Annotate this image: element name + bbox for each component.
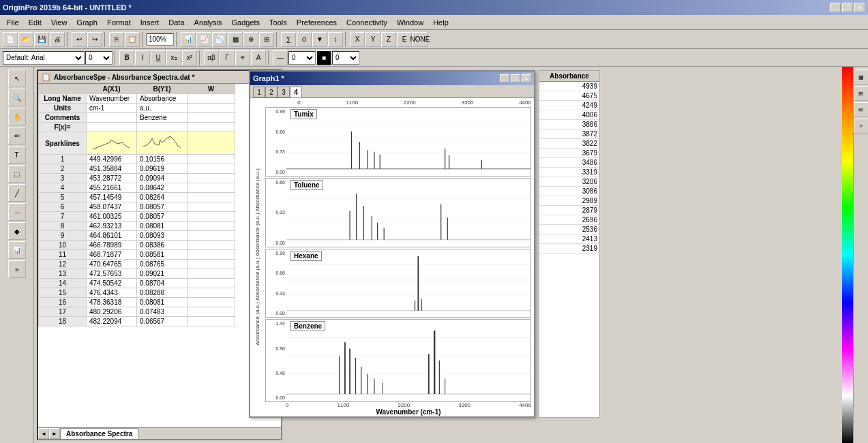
zoom-input[interactable]: 100% xyxy=(147,33,174,46)
graph-close-button[interactable]: × xyxy=(522,74,531,82)
sheet-prev-button[interactable]: ◄ xyxy=(38,428,49,439)
graph-btn6[interactable]: ⊞ xyxy=(259,32,274,47)
col-header-b[interactable]: B(Y1) xyxy=(137,85,188,94)
cell-w[interactable] xyxy=(188,298,235,307)
object-manager-btn[interactable]: ▦ xyxy=(854,70,869,85)
italic-button[interactable]: I xyxy=(135,50,150,65)
graph-tab-4[interactable]: 4 xyxy=(290,87,302,97)
help-btn[interactable]: ? xyxy=(854,119,869,134)
zoom-tool[interactable]: 🔍 xyxy=(8,89,26,106)
superscript-button[interactable]: x² xyxy=(182,50,197,65)
y-btn[interactable]: Y xyxy=(365,32,380,47)
menu-analysis[interactable]: Analysis xyxy=(190,17,226,28)
graph-btn5[interactable]: ⊕ xyxy=(243,32,258,47)
arrow-tool[interactable]: → xyxy=(8,203,26,221)
cell-b-units[interactable]: a.u. xyxy=(137,104,188,113)
cell-a[interactable]: 476.4343 xyxy=(87,288,137,298)
cell-w[interactable] xyxy=(188,222,235,231)
minimize-button[interactable]: _ xyxy=(830,3,841,12)
bold-button[interactable]: B xyxy=(119,50,134,65)
cell-w[interactable] xyxy=(188,260,235,269)
undo-button[interactable]: ↩ xyxy=(72,32,87,47)
cell-a[interactable]: 461.00325 xyxy=(87,212,137,222)
cell-a[interactable]: 457.14549 xyxy=(87,193,137,202)
cell-b[interactable]: 0.07483 xyxy=(137,307,188,317)
paste-button[interactable]: 📋 xyxy=(125,32,140,47)
cell-w-longname[interactable] xyxy=(188,94,235,104)
cell-w[interactable] xyxy=(188,288,235,298)
cell-w[interactable] xyxy=(188,174,235,183)
cell-a[interactable]: 464.86101 xyxy=(87,231,137,241)
cell-b-fx[interactable] xyxy=(137,123,188,132)
spreadsheet-table-container[interactable]: A(X1) B(Y1) W Long Name Wavenumber Absor… xyxy=(38,84,281,427)
cell-b[interactable]: 0.08081 xyxy=(137,298,188,307)
cell-a[interactable]: 472.57653 xyxy=(87,269,137,279)
cell-a[interactable]: 455.21661 xyxy=(87,183,137,193)
maximize-button[interactable]: □ xyxy=(842,3,853,12)
redo-button[interactable]: ↪ xyxy=(87,32,102,47)
cell-w[interactable] xyxy=(188,279,235,288)
graph-btn4[interactable]: ▦ xyxy=(228,32,243,47)
open-button[interactable]: 📂 xyxy=(18,32,33,47)
pointer-tool[interactable]: ↖ xyxy=(8,70,26,87)
filter-btn[interactable]: ▼ xyxy=(312,32,327,47)
line-size2-select[interactable]: 0 xyxy=(332,51,359,65)
font-size-select[interactable]: 0 xyxy=(85,51,113,65)
cell-b[interactable]: 0.09619 xyxy=(137,164,188,174)
cell-b[interactable]: 0.10156 xyxy=(137,155,188,164)
greek-btn[interactable]: Γ xyxy=(220,50,235,65)
stats-btn1[interactable]: ∑ xyxy=(281,32,296,47)
cell-a[interactable]: 482.22094 xyxy=(87,317,137,326)
cell-b[interactable]: 0.08765 xyxy=(137,260,188,269)
cell-w[interactable] xyxy=(188,250,235,260)
graph-tool[interactable]: 📊 xyxy=(8,241,26,259)
cell-w[interactable] xyxy=(188,317,235,326)
cell-a[interactable]: 462.93213 xyxy=(87,222,137,231)
col-header-w[interactable]: W xyxy=(188,85,235,94)
cell-a[interactable]: 468.71877 xyxy=(87,250,137,260)
cell-b-comments[interactable]: Benzene xyxy=(137,113,188,123)
z-btn[interactable]: Z xyxy=(381,32,396,47)
graph-btn3[interactable]: 📉 xyxy=(212,32,227,47)
cell-w-units[interactable] xyxy=(188,104,235,113)
cell-a[interactable]: 470.64765 xyxy=(87,260,137,269)
cell-a[interactable]: 459.07437 xyxy=(87,202,137,212)
cell-a[interactable]: 480.29206 xyxy=(87,307,137,317)
align-left-btn[interactable]: ≡ xyxy=(235,50,250,65)
sheet-tab-absorbance[interactable]: Absorbance Spectra xyxy=(60,428,138,439)
col-header-a[interactable]: A(X1) xyxy=(87,85,137,94)
menu-tools[interactable]: Tools xyxy=(265,17,291,28)
cell-a[interactable]: 478.36318 xyxy=(87,298,137,307)
cell-b[interactable]: 0.08081 xyxy=(137,222,188,231)
region-tool[interactable]: ⬚ xyxy=(8,165,26,183)
menu-preferences[interactable]: Preferences xyxy=(293,17,341,28)
line-color-btn[interactable]: ■ xyxy=(316,50,331,65)
cell-b[interactable]: 0.08264 xyxy=(137,193,188,202)
copy-button[interactable]: ⎘ xyxy=(109,32,124,47)
menu-format[interactable]: Format xyxy=(103,17,135,28)
cell-a-fx[interactable] xyxy=(87,123,137,132)
cell-b[interactable]: 0.08386 xyxy=(137,241,188,250)
cell-b[interactable]: 0.08057 xyxy=(137,202,188,212)
cell-w[interactable] xyxy=(188,307,235,317)
cell-w[interactable] xyxy=(188,241,235,250)
new-button[interactable]: 📄 xyxy=(3,32,18,47)
menu-file[interactable]: File xyxy=(3,17,23,28)
cell-w-comments[interactable] xyxy=(188,113,235,123)
menu-gadgets[interactable]: Gadgets xyxy=(228,17,265,28)
cell-a[interactable]: 474.50542 xyxy=(87,279,137,288)
none-btn[interactable]: NONE xyxy=(413,32,428,47)
cell-b[interactable]: 0.09094 xyxy=(137,174,188,183)
cell-w[interactable] xyxy=(188,164,235,174)
menu-connectivity[interactable]: Connectivity xyxy=(342,17,391,28)
graph-btn2[interactable]: 📈 xyxy=(196,32,211,47)
x-btn[interactable]: X xyxy=(350,32,365,47)
graph-btn1[interactable]: 📊 xyxy=(181,32,196,47)
cell-w[interactable] xyxy=(188,269,235,279)
data-tool[interactable]: ◆ xyxy=(8,222,26,240)
close-button[interactable]: × xyxy=(854,3,865,12)
expand-tool[interactable]: » xyxy=(8,260,26,278)
menu-data[interactable]: Data xyxy=(164,17,188,28)
messages-btn[interactable]: ✉ xyxy=(854,102,869,117)
stats-btn2[interactable]: σ xyxy=(297,32,312,47)
